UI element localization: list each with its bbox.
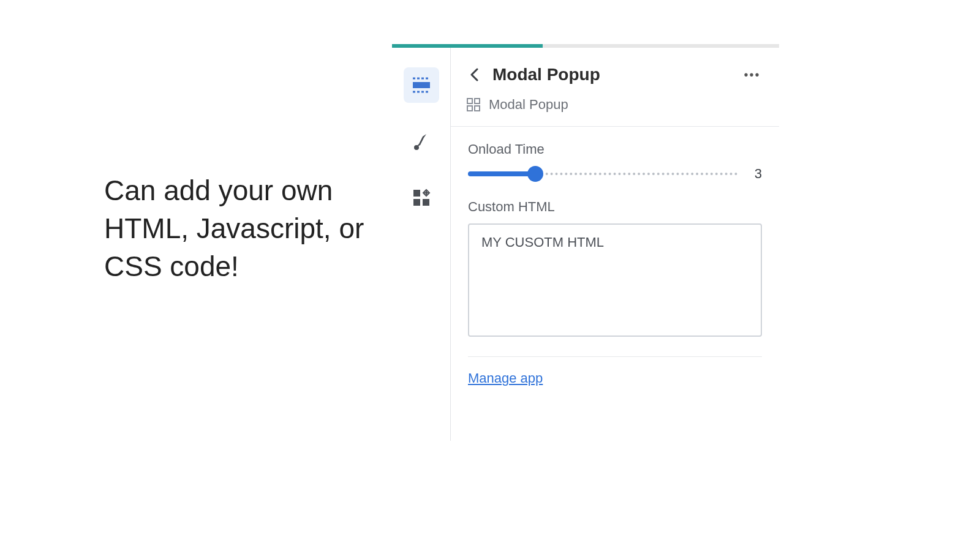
svg-rect-6 (413, 199, 420, 206)
section-divider (468, 356, 762, 357)
onload-section: Onload Time 3 (451, 127, 779, 182)
brush-icon (412, 132, 431, 151)
slider-fill (468, 171, 535, 176)
onload-value: 3 (750, 166, 762, 182)
slider-thumb[interactable] (527, 166, 543, 182)
onload-slider-row: 3 (468, 166, 762, 182)
custom-html-textarea[interactable] (468, 223, 762, 337)
more-button[interactable]: ••• (741, 67, 763, 82)
svg-rect-12 (475, 106, 480, 111)
panel-title: Modal Popup (492, 65, 730, 84)
chevron-left-icon (470, 68, 478, 81)
svg-point-3 (414, 145, 419, 150)
svg-rect-10 (475, 99, 480, 103)
svg-rect-0 (413, 82, 430, 88)
custom-html-section: Custom HTML (451, 199, 779, 339)
onload-label: Onload Time (468, 141, 762, 157)
svg-rect-5 (423, 199, 429, 206)
custom-html-label: Custom HTML (468, 199, 762, 215)
more-horizontal-icon: ••• (744, 68, 760, 82)
section-icon (412, 77, 431, 94)
svg-rect-11 (467, 106, 472, 111)
apps-icon (412, 189, 431, 207)
breadcrumb[interactable]: Modal Popup (451, 92, 779, 127)
settings-panel: Modal Popup ••• Modal Popup Onload Time (392, 44, 779, 441)
sidebar-icon-column (392, 48, 451, 441)
onload-slider[interactable] (468, 167, 737, 181)
sidebar-apps-button[interactable] (404, 180, 439, 216)
caption-text: Can add your own HTML, Javascript, or CS… (104, 171, 374, 285)
breadcrumb-label: Modal Popup (489, 97, 568, 113)
sidebar-section-button[interactable] (404, 67, 439, 103)
panel-content: Modal Popup ••• Modal Popup Onload Time (451, 48, 779, 441)
svg-rect-4 (413, 190, 420, 197)
widget-icon (467, 98, 480, 111)
back-button[interactable] (467, 67, 481, 82)
svg-rect-9 (467, 99, 472, 103)
sidebar-style-button[interactable] (404, 124, 439, 159)
manage-app-link[interactable]: Manage app (468, 370, 543, 386)
panel-header: Modal Popup ••• (451, 48, 779, 92)
